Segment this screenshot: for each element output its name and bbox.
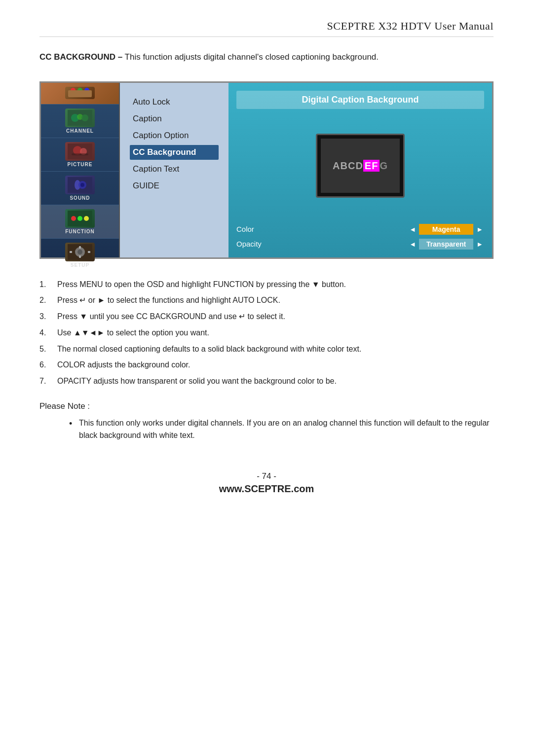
- note-title: Please Note :: [39, 401, 494, 411]
- sidebar-item-channel[interactable]: CHANNEL: [41, 105, 119, 138]
- sidebar-item-sound[interactable]: SOUND: [41, 172, 119, 205]
- panel-preview: ABCDEFG: [236, 116, 484, 216]
- color-label: Color: [236, 225, 271, 233]
- osd-sidebar: CHANNEL PICTURE: [41, 83, 120, 257]
- instruction-4: 4. Use ▲▼◄► to select the option you wan…: [39, 327, 494, 339]
- color-value: Magenta: [419, 224, 473, 235]
- color-value-container: ◄ Magenta ►: [408, 224, 484, 235]
- function-icon: [68, 211, 92, 226]
- color-right-arrow[interactable]: ►: [475, 224, 484, 234]
- instruction-7: 7. OPACITY adjusts how transparent or so…: [39, 375, 494, 388]
- instruction-1: 1. Press MENU to open the OSD and highli…: [39, 279, 494, 291]
- instruction-num-7: 7.: [39, 375, 53, 388]
- panel-title: Digital Caption Background: [236, 91, 484, 109]
- sidebar-label-sound: SOUND: [70, 195, 90, 201]
- sidebar-item-function[interactable]: FUNCTION: [41, 205, 119, 239]
- svg-point-14: [77, 216, 82, 221]
- note-list: This function only works under digital c…: [39, 417, 494, 442]
- svg-point-11: [80, 183, 84, 187]
- tv-screen: ABCDEFG: [321, 139, 400, 193]
- opacity-left-arrow[interactable]: ◄: [408, 239, 417, 249]
- osd-panel: Digital Caption Background ABCDEFG Color…: [228, 83, 492, 257]
- note-item-1: This function only works under digital c…: [69, 417, 494, 442]
- svg-point-18: [77, 250, 82, 254]
- menu-item-caption-text[interactable]: Caption Text: [130, 162, 219, 177]
- svg-rect-7: [72, 153, 88, 155]
- sidebar-label-setup: SETUP: [71, 262, 89, 268]
- intro-body: This function adjusts digital channel's …: [122, 52, 379, 62]
- instruction-num-3: 3.: [39, 311, 53, 323]
- menu-item-cc-background[interactable]: CC Background: [130, 145, 219, 160]
- sidebar-label-picture: PICTURE: [68, 162, 93, 167]
- menu-item-guide[interactable]: GUIDE: [130, 179, 219, 193]
- opacity-control-row: Opacity ◄ Transparent ►: [236, 239, 484, 250]
- note-section: Please Note : This function only works u…: [39, 401, 494, 442]
- osd-menu: Auto Lock Caption Caption Option CC Back…: [120, 83, 228, 257]
- svg-rect-20: [79, 255, 81, 258]
- channel-icon: [68, 110, 92, 126]
- instruction-num-5: 5.: [39, 343, 53, 356]
- opacity-value-container: ◄ Transparent ►: [408, 239, 484, 250]
- page-header: SCEPTRE X32 HDTV User Manual: [39, 20, 494, 37]
- opacity-value: Transparent: [419, 239, 473, 250]
- tv-text-end: G: [380, 160, 388, 171]
- instruction-text-1: Press MENU to open the OSD and highlight…: [57, 279, 346, 291]
- header-title: SCEPTRE X32 HDTV User Manual: [327, 20, 494, 32]
- page-footer: - 74 - www.SCEPTRE.com: [39, 471, 494, 495]
- setup-icon: [68, 244, 92, 260]
- svg-point-3: [81, 114, 88, 121]
- instruction-2: 2. Press ↵ or ► to select the functions …: [39, 294, 494, 307]
- sidebar-item-setup[interactable]: SETUP: [41, 239, 119, 272]
- instruction-text-3: Press ▼ until you see CC BACKGROUND and …: [57, 311, 285, 323]
- sidebar-item-picture[interactable]: PICTURE: [41, 138, 119, 172]
- instruction-num-2: 2.: [39, 294, 53, 307]
- instruction-text-4: Use ▲▼◄► to select the option you want.: [57, 327, 209, 339]
- tv-preview: ABCDEFG: [316, 134, 405, 198]
- intro-bold: CC BACKGROUND –: [39, 52, 122, 62]
- svg-rect-19: [79, 246, 81, 249]
- menu-item-caption-option[interactable]: Caption Option: [130, 128, 219, 143]
- tv-caption-text: ABCDEFG: [333, 160, 388, 172]
- sidebar-item-top[interactable]: [41, 83, 119, 105]
- svg-rect-21: [70, 251, 72, 253]
- tv-text-highlighted: EF: [363, 160, 380, 172]
- instruction-text-5: The normal closed captioning defaults to…: [57, 343, 361, 356]
- menu-item-autolock[interactable]: Auto Lock: [130, 95, 219, 109]
- instruction-num-1: 1.: [39, 279, 53, 291]
- svg-point-13: [71, 216, 76, 221]
- opacity-label: Opacity: [236, 240, 271, 248]
- menu-item-caption[interactable]: Caption: [130, 111, 219, 126]
- instruction-num-6: 6.: [39, 359, 53, 371]
- color-control-row: Color ◄ Magenta ►: [236, 224, 484, 235]
- instruction-text-6: COLOR adjusts the background color.: [57, 359, 190, 371]
- picture-icon: [68, 144, 92, 159]
- opacity-right-arrow[interactable]: ►: [475, 239, 484, 249]
- sidebar-label-channel: CHANNEL: [66, 128, 94, 134]
- footer-page-num: - 74 -: [39, 471, 494, 481]
- svg-rect-22: [88, 251, 90, 253]
- sound-icon: [68, 177, 92, 193]
- instruction-text-7: OPACITY adjusts how transparent or solid…: [57, 375, 337, 388]
- instruction-text-2: Press ↵ or ► to select the functions and…: [57, 294, 280, 307]
- color-left-arrow[interactable]: ◄: [408, 224, 417, 234]
- osd-display: CHANNEL PICTURE: [39, 81, 494, 259]
- instruction-6: 6. COLOR adjusts the background color.: [39, 359, 494, 371]
- intro-paragraph: CC BACKGROUND – This function adjusts di…: [39, 51, 494, 64]
- instruction-3: 3. Press ▼ until you see CC BACKGROUND a…: [39, 311, 494, 323]
- footer-url: www.SCEPTRE.com: [39, 483, 494, 495]
- instructions-list: 1. Press MENU to open the OSD and highli…: [39, 279, 494, 388]
- panel-controls: Color ◄ Magenta ► Opacity ◄ Transparent …: [236, 224, 484, 250]
- instruction-num-4: 4.: [39, 327, 53, 339]
- tv-text-normal: ABCD: [333, 160, 363, 171]
- sidebar-label-function: FUNCTION: [65, 229, 95, 234]
- svg-point-15: [84, 216, 89, 221]
- instruction-5: 5. The normal closed captioning defaults…: [39, 343, 494, 356]
